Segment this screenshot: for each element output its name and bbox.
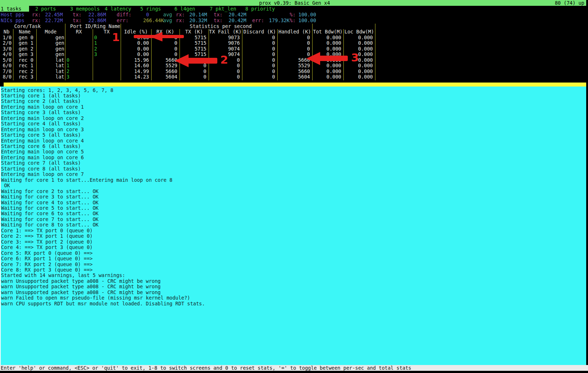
log-line: Started with 14 warnings, last 5 warning… [0, 273, 586, 278]
table-cell: 0 [242, 46, 277, 52]
table-cell: 14.60 [121, 63, 151, 68]
stat-segment: tx: [73, 18, 81, 23]
annotation-1-label: 1 [112, 31, 120, 44]
log-line: Starting core 7 (all tasks) [0, 160, 586, 166]
stat-segment: rx: [32, 12, 41, 17]
log-line: warn Unsupported packet type a008 - CRC … [0, 284, 586, 289]
log-line: Starting core 3 (all tasks) [0, 110, 586, 115]
stat-segment: err: [252, 18, 264, 23]
table-cell: 0 [151, 46, 180, 52]
table-cell: 0.00 [121, 46, 151, 52]
log-line: Entering main loop on core 4 [0, 138, 586, 144]
log-line: warn Unsupported packet type a008 - CRC … [0, 278, 586, 284]
table-group-header: Port ID/Ring Name [70, 24, 120, 29]
log-line: Waiting for core 4 to start... OK [0, 200, 586, 205]
log-line: Waiting for core 2 to start... OK [0, 189, 586, 194]
stat-segment: 20.42M [229, 18, 246, 23]
table-cell: 9073 [209, 35, 242, 40]
table-cell: 7/0 [0, 69, 13, 74]
table-cell: rec 3 [13, 74, 36, 80]
table-cell: 3/0 [0, 46, 13, 52]
log-line: Core 7: RX port 2 (queue 0) ==> [0, 262, 586, 267]
table-cell: 0.000 [312, 40, 343, 46]
table-cell: 0.000 [312, 35, 343, 40]
table-cell: 0 [277, 46, 312, 52]
annotation-3-arrow [318, 56, 348, 61]
stat-segment: 22.86M [88, 12, 106, 17]
table-cell: 5604 [277, 74, 312, 80]
table-cell: 0.000 [312, 52, 343, 57]
log-line: Core 2: ==> TX port 1 (queue 0) [0, 233, 586, 239]
stat-segment: avg [163, 18, 172, 23]
annotation-2-label: 2 [220, 53, 228, 66]
table-cell: 0.000 [343, 69, 375, 74]
table-cell: 15.96 [121, 57, 151, 63]
stat-segment: NICs pps [1, 18, 24, 23]
table-cell: 8/0 [0, 74, 13, 80]
annotation-1-arrowhead-icon [150, 32, 162, 41]
column-header: Tot Bdw(M) [312, 29, 343, 35]
uptime-indicator: 80 (74) up [555, 0, 584, 6]
log-left-edge [0, 87, 1, 365]
title-bar: prox v0.39: Basic Gen x4 80 (74) up [0, 0, 586, 6]
table-cell: 5529 [151, 63, 180, 68]
table-cell: 3 [65, 74, 93, 80]
table-cell: 0.000 [343, 52, 375, 57]
table-cell: 0 [242, 74, 277, 80]
tab-2-ports[interactable]: 2 ports [35, 6, 56, 12]
table-border [121, 29, 121, 80]
tab-5-rings[interactable]: 5 rings [140, 6, 161, 12]
table-border [121, 24, 121, 80]
stat-segment: 22.72M [45, 18, 63, 23]
table-cell: 0 [277, 52, 312, 57]
tab-8-priority[interactable]: 8 priority [245, 6, 275, 12]
stat-segment: Host pps [1, 12, 24, 17]
table-cell: lat [36, 69, 65, 74]
table-cell: 6/0 [0, 63, 13, 68]
table-border [65, 29, 65, 80]
table-cell: 0 [180, 57, 209, 63]
table-cell: 0 [93, 35, 121, 40]
table-cell: 0 [209, 74, 242, 80]
table-cell: 3 [93, 52, 121, 57]
tab-4-latency[interactable]: 4 latency [105, 6, 131, 12]
stat-segment: 266.44K [143, 18, 164, 23]
annotation-1-arrow [134, 35, 184, 38]
table-border [209, 29, 209, 80]
table-cell: 4/0 [0, 52, 13, 57]
table-cell: 0.000 [343, 35, 375, 40]
tab-6-l4gen[interactable]: 6 l4gen [174, 6, 195, 12]
table-cell: 9074 [209, 52, 242, 57]
annotation-2-arrowhead-icon [175, 54, 189, 67]
annotation-3-label: 3 [351, 51, 359, 64]
tab-3-mempools[interactable]: 3 mempools [70, 6, 100, 12]
table-cell: 5660 [151, 57, 180, 63]
table-cell: 5715 [180, 52, 209, 57]
log-line: Waiting for core 8 to start... OK [0, 222, 586, 228]
tab-7-pkt_len[interactable]: 7 pkt_len [210, 6, 236, 12]
stat-segment: diff: [117, 12, 132, 17]
table-cell: 5660 [151, 69, 180, 74]
nics-stats-row: NICs ppsrx:22.72Mtx:22.86Merr:266.44Kavg… [0, 18, 586, 23]
column-header: RX [65, 29, 93, 35]
table-cell: 5715 [180, 40, 209, 46]
log-line: warn CPU supports RDT but msr module not… [0, 301, 586, 306]
table-cell: 0 [209, 69, 242, 74]
log-line: Starting core 6 (all tasks) [0, 144, 586, 149]
log-line: Entering main loop on core 5 [0, 149, 586, 155]
prox-terminal-screen[interactable]: prox v0.39: Basic Gen x4 80 (74) up 1 ta… [0, 0, 588, 373]
table-cell: gen [36, 52, 65, 57]
table-cell: 0.000 [312, 46, 343, 52]
table-cell: 0 [242, 52, 277, 57]
table-cell: gen 0 [13, 35, 36, 40]
log-line: Entering main loop on core 2 [0, 116, 586, 121]
stat-segment: 0 [146, 12, 149, 17]
log-line: Starting core 8 (all tasks) [0, 166, 586, 172]
log-line: Starting core 4 (all tasks) [0, 121, 586, 127]
tab-1-tasks[interactable]: 1 tasks [0, 6, 29, 12]
table-cell: 0 [242, 35, 277, 40]
stat-segment: tx: [214, 12, 222, 17]
table-cell: 0 [151, 52, 180, 57]
column-header: Handled (K) [277, 29, 312, 35]
table-cell: 9076 [209, 40, 242, 46]
